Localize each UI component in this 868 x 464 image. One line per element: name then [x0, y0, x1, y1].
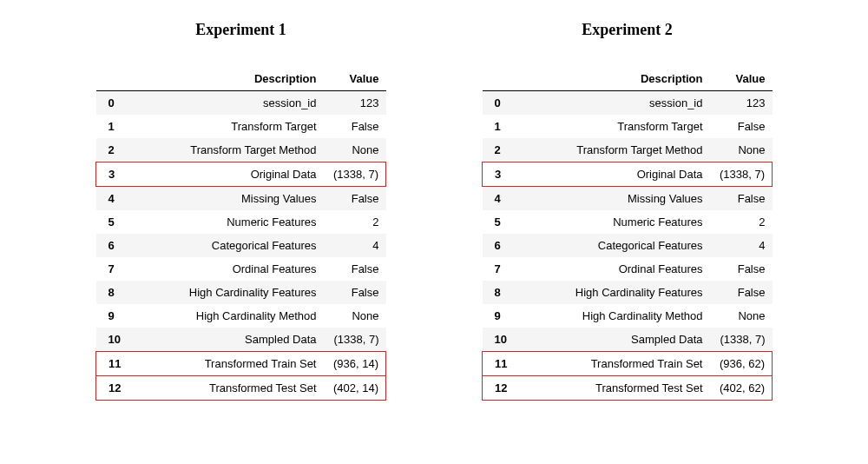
- table-row: 5Numeric Features2: [96, 210, 386, 234]
- row-description: Transformed Test Set: [521, 376, 710, 401]
- experiment-2-panel: Experiment 2 Description Value 0session_…: [482, 21, 773, 401]
- table-row: 4Missing ValuesFalse: [483, 187, 773, 211]
- table-row: 12Transformed Test Set(402, 62): [483, 376, 773, 401]
- table-row: 3Original Data(1338, 7): [96, 162, 386, 187]
- row-value: False: [324, 115, 386, 138]
- row-index: 4: [96, 187, 135, 211]
- row-value: False: [710, 187, 773, 211]
- row-value: 4: [324, 234, 386, 257]
- experiment-1-table: Description Value 0session_id1231Transfo…: [95, 67, 386, 401]
- row-description: Categorical Features: [135, 234, 324, 257]
- row-description: Missing Values: [135, 187, 324, 211]
- row-index: 1: [483, 115, 521, 138]
- row-index: 5: [483, 210, 521, 234]
- row-description: Ordinal Features: [521, 257, 710, 281]
- row-description: Transformed Train Set: [521, 352, 710, 376]
- row-index: 10: [483, 328, 521, 352]
- row-value: False: [710, 115, 773, 138]
- row-description: Transform Target: [135, 115, 324, 138]
- experiment-2-tbody: 0session_id1231Transform TargetFalse2Tra…: [483, 91, 773, 401]
- row-value: (402, 62): [710, 376, 773, 401]
- col-header-description: Description: [135, 67, 324, 91]
- row-value: 123: [324, 91, 386, 116]
- row-index: 10: [96, 328, 135, 352]
- table-row: 8High Cardinality FeaturesFalse: [96, 281, 386, 304]
- table-row: 8High Cardinality FeaturesFalse: [483, 281, 773, 304]
- row-index: 1: [96, 115, 135, 138]
- row-value: 123: [710, 91, 773, 116]
- table-row: 9High Cardinality MethodNone: [96, 304, 386, 328]
- row-index: 3: [483, 162, 521, 187]
- row-description: High Cardinality Features: [135, 281, 324, 304]
- table-row: 6Categorical Features4: [96, 234, 386, 257]
- row-description: Original Data: [135, 162, 324, 187]
- row-value: False: [324, 281, 386, 304]
- col-header-index: [483, 67, 521, 91]
- table-row: 7Ordinal FeaturesFalse: [483, 257, 773, 281]
- table-row: 2Transform Target MethodNone: [483, 138, 773, 162]
- row-description: Original Data: [521, 162, 710, 187]
- row-value: (402, 14): [324, 376, 386, 401]
- table-row: 4Missing ValuesFalse: [96, 187, 386, 211]
- row-description: Categorical Features: [521, 234, 710, 257]
- row-value: (1338, 7): [710, 162, 773, 187]
- row-description: session_id: [135, 91, 324, 116]
- row-description: Missing Values: [521, 187, 710, 211]
- col-header-value: Value: [710, 67, 773, 91]
- row-index: 0: [483, 91, 521, 116]
- row-index: 7: [483, 257, 521, 281]
- table-row: 1Transform TargetFalse: [96, 115, 386, 138]
- row-description: Transform Target Method: [521, 138, 710, 162]
- row-description: High Cardinality Method: [521, 304, 710, 328]
- row-index: 9: [483, 304, 521, 328]
- row-index: 3: [96, 162, 135, 187]
- experiment-1-panel: Experiment 1 Description Value 0session_…: [95, 21, 386, 401]
- row-description: Numeric Features: [521, 210, 710, 234]
- row-value: False: [710, 281, 773, 304]
- row-index: 9: [96, 304, 135, 328]
- row-index: 2: [96, 138, 135, 162]
- table-row: 10Sampled Data(1338, 7): [483, 328, 773, 352]
- row-index: 4: [483, 187, 521, 211]
- table-row: 6Categorical Features4: [483, 234, 773, 257]
- row-index: 0: [96, 91, 135, 116]
- table-row: 10Sampled Data(1338, 7): [96, 328, 386, 352]
- row-value: (1338, 7): [324, 162, 386, 187]
- row-value: False: [324, 187, 386, 211]
- row-value: False: [324, 257, 386, 281]
- experiments-container: Experiment 1 Description Value 0session_…: [69, 21, 799, 401]
- row-index: 11: [96, 352, 135, 376]
- row-description: High Cardinality Method: [135, 304, 324, 328]
- table-row: 0session_id123: [96, 91, 386, 116]
- row-value: None: [324, 304, 386, 328]
- table-row: 11Transformed Train Set(936, 14): [96, 352, 386, 376]
- row-value: None: [710, 304, 773, 328]
- row-description: Sampled Data: [521, 328, 710, 352]
- experiment-2-table: Description Value 0session_id1231Transfo…: [482, 67, 773, 401]
- row-description: Sampled Data: [135, 328, 324, 352]
- row-index: 8: [96, 281, 135, 304]
- row-value: False: [710, 257, 773, 281]
- row-index: 11: [483, 352, 521, 376]
- table-row: 11Transformed Train Set(936, 62): [483, 352, 773, 376]
- row-description: Numeric Features: [135, 210, 324, 234]
- row-value: (1338, 7): [324, 328, 386, 352]
- row-value: 2: [710, 210, 773, 234]
- experiment-1-title: Experiment 1: [95, 21, 386, 39]
- row-description: Transformed Test Set: [135, 376, 324, 401]
- row-description: High Cardinality Features: [521, 281, 710, 304]
- row-index: 8: [483, 281, 521, 304]
- row-value: (936, 14): [324, 352, 386, 376]
- col-header-description: Description: [521, 67, 710, 91]
- experiment-2-title: Experiment 2: [482, 21, 773, 39]
- table-row: 0session_id123: [483, 91, 773, 116]
- row-index: 5: [96, 210, 135, 234]
- row-index: 12: [96, 376, 135, 401]
- row-value: (936, 62): [710, 352, 773, 376]
- row-index: 2: [483, 138, 521, 162]
- row-index: 6: [483, 234, 521, 257]
- row-value: None: [710, 138, 773, 162]
- row-description: Transform Target: [521, 115, 710, 138]
- table-row: 3Original Data(1338, 7): [483, 162, 773, 187]
- row-index: 6: [96, 234, 135, 257]
